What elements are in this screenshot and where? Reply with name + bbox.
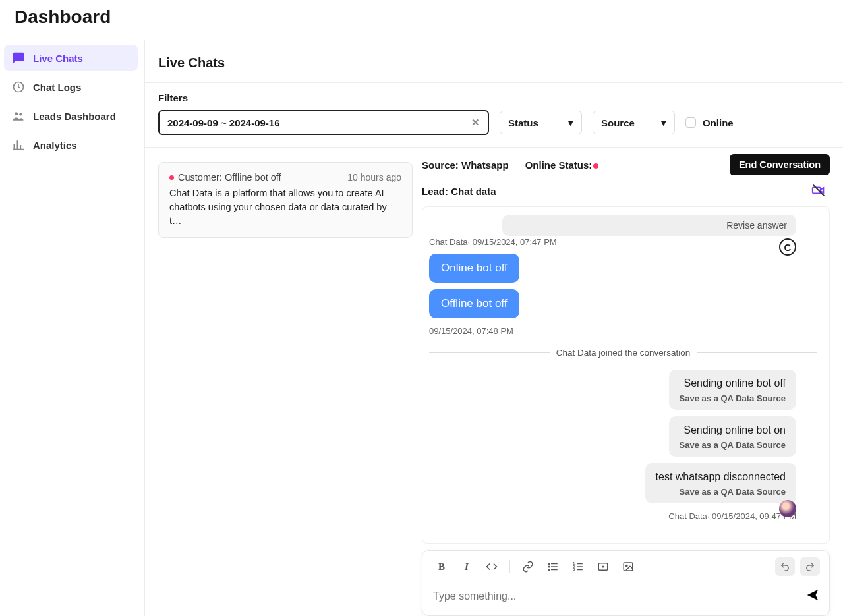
svg-point-8 (548, 563, 550, 565)
toolbar-separator (509, 560, 510, 573)
chat-lead: Lead: Chat data (422, 186, 496, 197)
link-button[interactable] (518, 557, 538, 576)
image-button[interactable] (618, 557, 638, 576)
svg-point-9 (548, 566, 550, 567)
status-dot-icon (593, 163, 598, 169)
sidebar-item-chat-logs[interactable]: Chat Logs (4, 74, 138, 100)
conversation-time: 10 hours ago (347, 172, 401, 182)
message-timestamp: 09/15/2024, 07:48 PM (429, 326, 817, 336)
undo-button[interactable] (775, 557, 795, 576)
svg-point-2 (19, 113, 22, 115)
svg-point-20 (626, 565, 627, 566)
status-select[interactable]: Status ▾ (500, 111, 582, 134)
bot-avatar-icon: C (779, 238, 796, 256)
status-select-label: Status (508, 117, 538, 128)
user-message: Online bot off (429, 254, 519, 283)
sidebar-item-leads[interactable]: Leads Dashboard (4, 103, 138, 129)
bold-button[interactable]: B (432, 557, 451, 576)
save-qa-button[interactable]: Save as a QA Data Source (669, 439, 796, 457)
chevron-down-icon: ▾ (661, 117, 666, 128)
history-icon (12, 80, 25, 94)
svg-point-1 (15, 112, 18, 115)
sidebar-item-label: Live Chats (33, 53, 83, 64)
message-editor: B I 123 (422, 550, 830, 616)
agent-message: Sending online bot on Save as a QA Data … (669, 416, 796, 457)
sidebar-item-analytics[interactable]: Analytics (4, 132, 138, 158)
date-range-value: 2024-09-09 ~ 2024-09-16 (167, 117, 280, 128)
save-qa-button[interactable]: Save as a QA Data Source (669, 392, 796, 410)
users-icon (12, 109, 25, 123)
camera-off-icon[interactable] (811, 183, 826, 200)
conversation-card[interactable]: Customer: Offline bot off 10 hours ago C… (158, 162, 413, 238)
source-select-label: Source (601, 117, 635, 128)
embed-button[interactable] (593, 557, 613, 576)
revise-answer-button[interactable]: Revise answer (502, 215, 796, 236)
svg-line-4 (813, 185, 825, 196)
chat-online-status: Online Status: (525, 159, 599, 171)
clear-date-icon[interactable]: ✕ (471, 117, 480, 128)
bullet-list-button[interactable] (543, 557, 563, 576)
save-qa-button[interactable]: Save as a QA Data Source (669, 486, 796, 503)
chevron-down-icon: ▾ (568, 117, 573, 128)
sidebar: Live Chats Chat Logs Leads Dashboard Ana… (0, 40, 145, 616)
svg-point-18 (602, 566, 604, 567)
italic-button[interactable]: I (457, 557, 477, 576)
end-conversation-button[interactable]: End Conversation (730, 154, 830, 175)
redo-button[interactable] (800, 557, 820, 576)
agent-message: Sending online bot off Save as a QA Data… (669, 370, 796, 410)
date-range-input[interactable]: 2024-09-09 ~ 2024-09-16 ✕ (158, 110, 489, 135)
conversation-snippet: Chat Data is a platform that allows you … (169, 186, 401, 228)
messages-panel[interactable]: Revise answer Chat Data· 09/15/2024, 07:… (422, 206, 830, 544)
message-timestamp: Chat Data· 09/15/2024, 07:47 PM (429, 237, 796, 247)
source-select[interactable]: Source ▾ (593, 111, 675, 134)
send-button[interactable] (805, 588, 820, 605)
divider (517, 159, 517, 171)
system-message: Chat Data joined the conversation (429, 348, 817, 358)
section-title: Live Chats (145, 40, 843, 83)
page-title: Dashboard (0, 0, 843, 40)
agent-avatar-icon (779, 500, 796, 517)
numbered-list-button[interactable]: 123 (568, 557, 588, 576)
conversation-customer: Customer: Offline bot off (169, 172, 281, 182)
online-checkbox[interactable] (685, 117, 696, 128)
user-message: Offline bot off (429, 289, 519, 318)
message-timestamp: Chat Data· 09/15/2024, 09:47 PM (668, 511, 796, 521)
sidebar-item-label: Chat Logs (33, 82, 81, 93)
sidebar-item-live-chats[interactable]: Live Chats (4, 45, 138, 71)
agent-message: test whatsapp disconnected Save as a QA … (645, 463, 796, 503)
analytics-icon (12, 138, 25, 152)
svg-point-10 (548, 569, 550, 571)
message-input[interactable] (432, 586, 805, 606)
conversation-list: Customer: Offline bot off 10 hours ago C… (158, 148, 422, 616)
sidebar-item-label: Analytics (33, 140, 77, 151)
online-checkbox-label: Online (703, 117, 734, 128)
sidebar-item-label: Leads Dashboard (33, 111, 116, 122)
status-dot-icon (169, 175, 174, 180)
chat-source: Source: Whatsapp (422, 159, 509, 171)
code-button[interactable] (482, 557, 502, 576)
chat-icon (12, 51, 25, 65)
filters-label: Filters (158, 92, 830, 103)
svg-text:3: 3 (573, 568, 575, 571)
